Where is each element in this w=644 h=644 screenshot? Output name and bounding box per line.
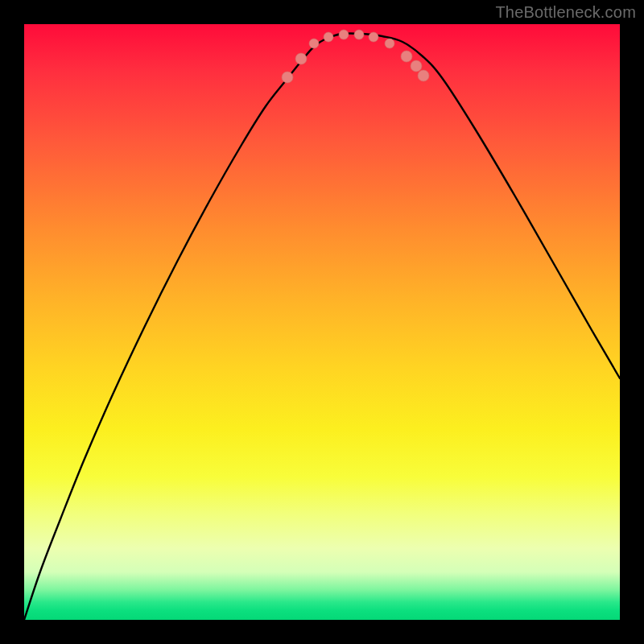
curve-marker: [354, 30, 364, 39]
bottleneck-curve: [24, 33, 620, 620]
curve-marker: [369, 32, 378, 42]
curve-marker: [324, 32, 333, 42]
curve-marker: [418, 70, 429, 81]
curve-marker: [295, 53, 307, 64]
curve-svg: [24, 24, 620, 620]
curve-marker: [339, 30, 349, 39]
chart-frame: TheBottleneck.com: [0, 0, 644, 644]
curve-marker: [401, 51, 412, 62]
plot-area: [24, 24, 620, 620]
curve-marker: [309, 39, 319, 48]
curve-marker: [282, 72, 293, 83]
curve-marker: [385, 39, 394, 48]
curve-markers: [282, 30, 429, 83]
watermark-text: TheBottleneck.com: [495, 3, 636, 22]
curve-marker: [411, 60, 422, 72]
